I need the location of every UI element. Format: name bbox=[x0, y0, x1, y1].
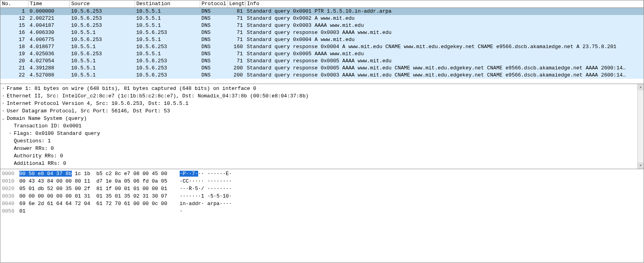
packet-cell: 4.025036 bbox=[28, 50, 69, 58]
packet-row[interactable]: 122.00272110.5.6.25310.5.5.1DNS71Standar… bbox=[0, 15, 644, 22]
packet-cell: Standard query 0x0004 A www.mit.edu bbox=[245, 36, 644, 43]
packet-bytes-pane[interactable]: 000000 50 e8 04 37 8b 1c 1b b5 c2 8c e7 … bbox=[0, 169, 644, 263]
detail-tree-row[interactable]: ›Frame 1: 81 bytes on wire (648 bits), 8… bbox=[0, 85, 644, 92]
packet-cell: 10.5.6.253 bbox=[135, 72, 200, 79]
col-header-time[interactable]: Time bbox=[28, 0, 69, 8]
packet-list-pane[interactable]: No. Time Source Destination Protocol Len… bbox=[0, 0, 644, 84]
packet-cell: Standard query 0x0002 A www.mit.edu bbox=[245, 15, 644, 22]
packet-table: No. Time Source Destination Protocol Len… bbox=[0, 0, 644, 79]
col-header-destination[interactable]: Destination bbox=[135, 0, 200, 8]
expand-right-icon[interactable]: › bbox=[0, 85, 6, 92]
packet-details-pane[interactable]: ›Frame 1: 81 bytes on wire (648 bits), 8… bbox=[0, 84, 644, 169]
packet-row[interactable]: 204.02705410.5.5.110.5.6.253DNS71Standar… bbox=[0, 58, 644, 65]
packet-cell: 4.006775 bbox=[28, 36, 69, 43]
packet-cell: DNS bbox=[200, 58, 227, 65]
detail-tree-row[interactable]: Transaction ID: 0x0001 bbox=[0, 122, 644, 130]
col-header-no[interactable]: No. bbox=[0, 0, 28, 8]
hex-offset: 0040 bbox=[2, 200, 19, 207]
packet-cell: 4.018677 bbox=[28, 43, 69, 50]
col-header-protocol[interactable]: Protocol bbox=[200, 0, 227, 8]
col-header-source[interactable]: Source bbox=[69, 0, 135, 8]
col-header-length[interactable]: Length bbox=[227, 0, 245, 8]
packet-cell: Standard query 0x0005 AAAA www.mit.edu bbox=[245, 50, 644, 58]
packet-cell: 20 bbox=[0, 58, 28, 65]
packet-row[interactable]: 154.00418710.5.6.25310.5.5.1DNS71Standar… bbox=[0, 22, 644, 29]
packet-cell: 10.5.5.1 bbox=[135, 8, 200, 15]
detail-tree-row[interactable]: ⌄Domain Name System (query) bbox=[0, 115, 644, 122]
detail-tree-text: Additional RRs: 0 bbox=[13, 160, 66, 167]
packet-cell: Standard query response 0x0004 A www.mit… bbox=[245, 43, 644, 50]
packet-row[interactable]: 164.00633010.5.5.110.5.6.253DNS71Standar… bbox=[0, 29, 644, 36]
packet-cell: 10.5.5.1 bbox=[135, 15, 200, 22]
packet-cell: 19 bbox=[0, 50, 28, 58]
hex-offset: 0030 bbox=[2, 192, 19, 200]
packet-cell: 18 bbox=[0, 43, 28, 50]
packet-cell: 4.391288 bbox=[28, 65, 69, 72]
detail-tree-text: Flags: 0x0100 Standard query bbox=[13, 130, 100, 137]
detail-tree-row[interactable]: ›Ethernet II, Src: IntelCor_c2:8c:e7 (1c… bbox=[0, 92, 644, 100]
packet-row[interactable]: 214.39128810.5.5.110.5.6.253DNS200Standa… bbox=[0, 65, 644, 72]
detail-tree-text: Domain Name System (query) bbox=[6, 115, 87, 122]
expand-right-icon[interactable]: › bbox=[0, 100, 6, 107]
detail-tree-text: Internet Protocol Version 4, Src: 10.5.6… bbox=[6, 100, 188, 107]
packet-cell: 2.002721 bbox=[28, 15, 69, 22]
packet-cell: 160 bbox=[227, 43, 245, 50]
hex-offset: 0050 bbox=[2, 207, 19, 215]
packet-row[interactable]: 224.52708810.5.5.110.5.6.253DNS200Standa… bbox=[0, 72, 644, 79]
packet-cell: 10.5.6.253 bbox=[135, 29, 200, 36]
packet-cell: Standard query response 0x0005 AAAA www.… bbox=[245, 58, 644, 65]
col-header-info[interactable]: Info bbox=[245, 0, 644, 8]
hex-row[interactable]: 004069 6e 2d 61 64 64 72 04 61 72 70 61 … bbox=[2, 200, 642, 207]
ascii-text: ·· ······E· bbox=[198, 171, 232, 177]
packet-cell: 0.000000 bbox=[28, 8, 69, 15]
packet-cell: 21 bbox=[0, 65, 28, 72]
detail-tree-row[interactable]: Answer RRs: 0 bbox=[0, 145, 644, 152]
expand-right-icon[interactable]: › bbox=[0, 107, 6, 115]
detail-tree-row[interactable]: ›User Datagram Protocol, Src Port: 56146… bbox=[0, 107, 644, 115]
expand-down-icon[interactable]: ⌄ bbox=[0, 115, 6, 122]
packet-cell: 200 bbox=[227, 65, 245, 72]
packet-cell: 81 bbox=[227, 8, 245, 15]
hex-bytes: 01 bbox=[19, 208, 26, 214]
hex-highlight: 00 50 e8 04 37 8b bbox=[19, 171, 72, 177]
packet-cell: 4.527088 bbox=[28, 72, 69, 79]
detail-tree-row[interactable]: Additional RRs: 0 bbox=[0, 160, 644, 167]
packet-cell: 10.5.5.1 bbox=[135, 36, 200, 43]
packet-row[interactable]: 10.00000010.5.6.25310.5.5.1DNS81Standard… bbox=[0, 8, 644, 15]
detail-tree-row[interactable]: ›Flags: 0x0100 Standard query bbox=[0, 130, 644, 137]
packet-row[interactable]: 184.01867710.5.5.110.5.6.253DNS160Standa… bbox=[0, 43, 644, 50]
detail-tree-text: Authority RRs: 0 bbox=[13, 152, 63, 160]
ascii-text: ·CC····· ········ bbox=[180, 178, 232, 184]
expand-right-icon[interactable]: › bbox=[0, 92, 6, 100]
expand-right-icon[interactable]: › bbox=[8, 130, 13, 137]
hex-bytes: 00 00 00 00 00 00 01 31 01 35 01 35 02 3… bbox=[19, 193, 167, 199]
packet-cell: 12 bbox=[0, 15, 28, 22]
hex-row[interactable]: 001000 43 43 84 00 00 80 11 d7 1e 0a 05 … bbox=[2, 177, 642, 185]
packet-cell: 4.006330 bbox=[28, 29, 69, 36]
detail-tree-row[interactable]: ›Internet Protocol Version 4, Src: 10.5.… bbox=[0, 100, 644, 107]
packet-cell: 10.5.6.253 bbox=[69, 22, 135, 29]
details-scrollbar[interactable]: ▴ ▾ bbox=[637, 84, 644, 169]
scroll-up-icon[interactable]: ▴ bbox=[638, 84, 644, 90]
hex-row[interactable]: 002005 01 db 52 00 35 00 2f 81 1f 00 01 … bbox=[2, 185, 642, 192]
detail-tree-row[interactable]: Questions: 1 bbox=[0, 137, 644, 145]
hex-offset: 0000 bbox=[2, 170, 19, 177]
packet-cell: 71 bbox=[227, 36, 245, 43]
packet-row[interactable]: 174.00677510.5.6.25310.5.5.1DNS71Standar… bbox=[0, 36, 644, 43]
packet-cell: Standard query response 0x0003 AAAA www.… bbox=[245, 29, 644, 36]
packet-cell: 10.5.5.1 bbox=[69, 29, 135, 36]
packet-row[interactable]: 194.02503610.5.6.25310.5.5.1DNS71Standar… bbox=[0, 50, 644, 58]
scroll-down-icon[interactable]: ▾ bbox=[638, 162, 644, 169]
packet-cell: 10.5.5.1 bbox=[69, 65, 135, 72]
hex-bytes: 1c 1b b5 c2 8c e7 08 00 45 00 bbox=[72, 171, 167, 177]
packet-table-header[interactable]: No. Time Source Destination Protocol Len… bbox=[0, 0, 644, 8]
hex-offset: 0020 bbox=[2, 185, 19, 192]
hex-row[interactable]: 003000 00 00 00 00 00 01 31 01 35 01 35 … bbox=[2, 192, 642, 200]
packet-cell: Standard query response 0x0003 AAAA www.… bbox=[245, 72, 644, 79]
hex-row[interactable]: 005001 · bbox=[2, 207, 642, 215]
packet-cell: 10.5.5.1 bbox=[135, 22, 200, 29]
detail-tree-row[interactable]: Authority RRs: 0 bbox=[0, 152, 644, 160]
hex-row[interactable]: 000000 50 e8 04 37 8b 1c 1b b5 c2 8c e7 … bbox=[2, 170, 642, 177]
packet-cell: 4.004187 bbox=[28, 22, 69, 29]
packet-cell: 10.5.5.1 bbox=[135, 50, 200, 58]
